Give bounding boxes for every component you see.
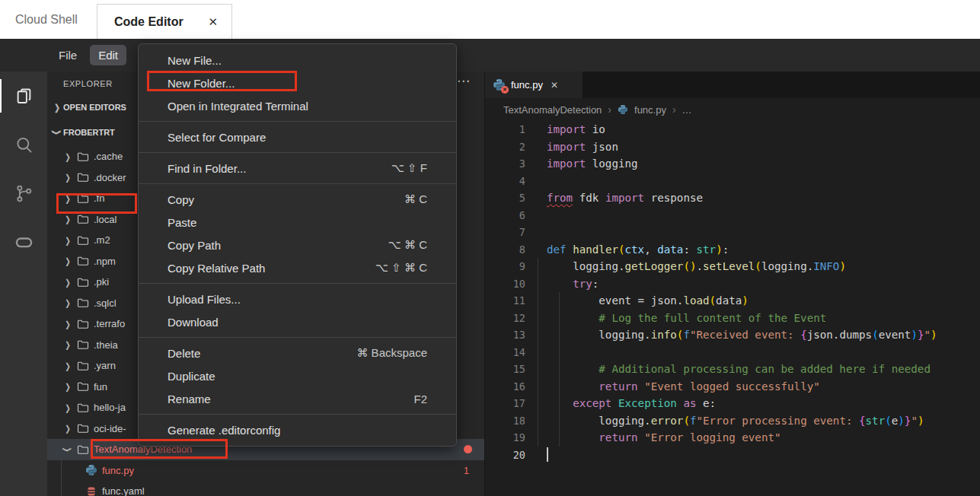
tree-item-label: .sqlcl xyxy=(94,297,117,309)
code-line: 5from fdk import response xyxy=(485,189,980,207)
tab-code-editor[interactable]: Code Editor ✕ xyxy=(97,4,232,39)
menu-separator xyxy=(139,414,456,415)
chevron-down-icon[interactable]: ❯ xyxy=(53,126,62,138)
editor-area: ✕ func.py ✕ TextAnomalyDetection › func.… xyxy=(485,72,980,496)
context-menu-item-select-for-compare[interactable]: Select for Compare xyxy=(139,126,456,148)
breadcrumb-symbol[interactable]: … xyxy=(682,104,692,116)
chevron-right-icon[interactable]: ❯ xyxy=(62,403,74,413)
context-menu-item-download[interactable]: Download xyxy=(139,310,456,333)
tree-item-func-py[interactable]: func.py1 xyxy=(47,460,484,482)
context-menu-item-generate-editorconfig[interactable]: Generate .editorconfig xyxy=(139,418,456,441)
code-line-content: import io xyxy=(547,123,605,135)
code-line-content: logging.info(f"Received event: {json.dum… xyxy=(547,329,937,341)
tree-item-label: OPEN EDITORS xyxy=(63,103,126,112)
menu-item-label: Rename xyxy=(168,393,413,405)
code-line: 1import io xyxy=(485,121,980,138)
chevron-right-icon[interactable]: ❯ xyxy=(62,340,74,350)
code-line-content: return "Error logging event" xyxy=(547,431,781,444)
menu-item-label: Delete xyxy=(168,347,356,360)
tab-cloud-shell[interactable]: Cloud Shell xyxy=(15,0,78,39)
tree-item-func-yaml[interactable]: func.yaml xyxy=(47,481,484,496)
code-line-content: from fdk import response xyxy=(547,192,703,204)
more-actions-icon[interactable]: ⋯ xyxy=(457,73,471,89)
chevron-right-icon[interactable]: ❯ xyxy=(62,361,74,371)
code-line-content: event = json.load(data) xyxy=(547,294,749,307)
close-icon[interactable]: ✕ xyxy=(551,80,558,91)
context-menu-item-rename[interactable]: RenameF2 xyxy=(139,387,456,410)
context-menu-item-copy-relative-path[interactable]: Copy Relative Path⌥ ⇧ ⌘ C xyxy=(139,256,456,279)
indent-guide xyxy=(61,460,62,482)
menubar-item-edit[interactable]: Edit xyxy=(90,45,126,65)
chevron-right-icon[interactable]: ❯ xyxy=(62,173,74,183)
tree-item-label: .m2 xyxy=(94,234,110,246)
line-number: 11 xyxy=(485,294,525,307)
context-menu-item-upload-files[interactable]: Upload Files... xyxy=(139,288,456,310)
editor-tab-funcpy[interactable]: ✕ func.py ✕ xyxy=(485,72,583,98)
folder-icon xyxy=(77,380,89,393)
chevron-right-icon: › xyxy=(608,103,611,116)
python-file-icon: ✕ xyxy=(493,78,506,91)
context-menu-item-open-in-integrated-terminal[interactable]: Open in Integrated Terminal xyxy=(139,94,456,117)
editor-tabstrip: ✕ func.py ✕ xyxy=(485,72,980,98)
chevron-right-icon[interactable]: ❯ xyxy=(62,298,74,308)
source-control-icon[interactable] xyxy=(0,169,47,218)
code-editor[interactable]: 1import io2import json3import logging45f… xyxy=(485,121,980,463)
search-icon[interactable] xyxy=(0,120,47,169)
menu-item-shortcut: ⌥ ⇧ ⌘ C xyxy=(375,261,427,275)
line-number: 12 xyxy=(485,312,525,324)
context-menu-item-new-file[interactable]: New File... xyxy=(139,49,456,72)
context-menu-item-copy-path[interactable]: Copy Path⌥ ⌘ C xyxy=(139,234,456,256)
folder-icon xyxy=(77,297,89,309)
context-menu-item-find-in-folder[interactable]: Find in Folder...⌥ ⇧ F xyxy=(139,157,456,180)
chevron-right-icon[interactable]: ❯ xyxy=(62,382,74,392)
menu-item-label: Copy Relative Path xyxy=(168,262,375,275)
chevron-right-icon[interactable]: ❯ xyxy=(62,152,74,162)
breadcrumb-folder[interactable]: TextAnomalyDetection xyxy=(503,104,602,116)
chevron-down-icon[interactable]: ❯ xyxy=(63,444,73,456)
chevron-right-icon[interactable]: ❯ xyxy=(62,278,74,288)
folder-icon xyxy=(77,255,89,267)
editor-tab-label: func.py xyxy=(511,79,543,91)
chevron-right-icon[interactable]: ❯ xyxy=(62,236,74,246)
tree-item-label: .cache xyxy=(94,151,123,162)
code-line: 4 xyxy=(485,173,980,190)
line-number: 18 xyxy=(485,415,525,427)
line-number: 7 xyxy=(485,226,525,238)
line-number: 1 xyxy=(485,123,525,135)
chevron-right-icon[interactable]: ❯ xyxy=(62,194,74,204)
context-menu-item-new-folder[interactable]: New Folder... xyxy=(139,72,456,94)
context-menu-item-paste[interactable]: Paste xyxy=(139,211,456,234)
menu-item-label: Download xyxy=(168,316,427,329)
code-line: 8def handler(ctx, data: str): xyxy=(485,241,980,259)
line-number: 9 xyxy=(485,260,525,272)
tree-item-label: fun xyxy=(94,381,107,393)
error-dot-icon xyxy=(464,445,472,453)
folder-icon xyxy=(77,339,89,351)
line-number: 14 xyxy=(485,346,525,358)
context-menu-item-delete[interactable]: Delete⌘ Backspace xyxy=(139,342,456,364)
explorer-title: EXPLORER xyxy=(63,79,113,88)
indent-guide xyxy=(538,258,538,447)
menu-item-shortcut: ⌘ Backspace xyxy=(356,346,427,360)
chevron-right-icon[interactable]: ❯ xyxy=(62,320,74,329)
context-menu-item-copy[interactable]: Copy⌘ C xyxy=(139,188,456,211)
close-icon[interactable]: ✕ xyxy=(208,15,218,29)
tree-item-label: .fn xyxy=(94,192,104,204)
chevron-right-icon[interactable]: ❯ xyxy=(62,424,74,434)
chevron-right-icon[interactable]: ❯ xyxy=(62,215,74,224)
code-line: 20 xyxy=(485,447,980,464)
menubar-item-file[interactable]: File xyxy=(50,45,85,65)
toggle-stadium-icon[interactable] xyxy=(0,218,47,266)
context-menu: New File...New Folder...Open in Integrat… xyxy=(138,43,457,447)
line-number: 4 xyxy=(485,175,525,187)
tree-item-label: .local xyxy=(94,214,117,225)
line-number: 20 xyxy=(485,449,525,461)
code-line-content: # Log the full content of the Event xyxy=(547,312,826,324)
chevron-right-icon[interactable]: ❯ xyxy=(62,256,74,266)
context-menu-item-duplicate[interactable]: Duplicate xyxy=(139,364,456,387)
chevron-right-icon[interactable]: ❯ xyxy=(51,103,63,113)
breadcrumb-file[interactable]: func.py xyxy=(634,104,666,116)
code-line-content: except Exception as e: xyxy=(547,397,716,409)
code-line-content: import logging xyxy=(547,157,638,170)
explorer-files-icon[interactable] xyxy=(0,72,47,120)
